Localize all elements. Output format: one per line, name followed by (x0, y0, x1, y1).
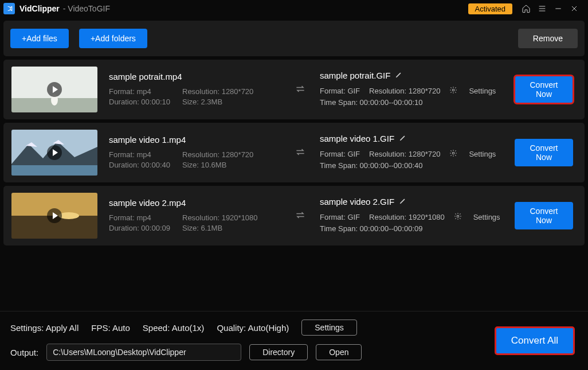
dest-column: sample video 1.GIF Format: GIF Resolutio… (320, 134, 503, 172)
thumbnail[interactable] (11, 67, 97, 112)
thumbnail[interactable] (11, 193, 97, 239)
source-filename: sample video 1.mp4 (109, 135, 281, 145)
dest-resolution: Resolution: 1280*720 (369, 87, 440, 95)
gear-icon[interactable] (449, 86, 457, 96)
convert-all-button[interactable]: Convert All (495, 327, 574, 355)
row-settings-label[interactable]: Settings (469, 87, 496, 95)
dest-column: sample video 2.GIF Format: GIF Resolutio… (320, 197, 503, 235)
dest-filename: sample video 1.GIF (320, 134, 503, 143)
swap-icon (292, 146, 308, 159)
output-path-field[interactable]: C:\Users\MLoong\Desktop\VidClipper (46, 344, 241, 361)
source-format: Format: mp4 (109, 87, 172, 96)
thumbnail[interactable] (11, 130, 97, 176)
toolbar: +Add files +Add folders Remove (3, 21, 585, 56)
svg-point-3 (453, 89, 455, 91)
play-icon[interactable] (47, 82, 62, 97)
source-duration: Duration: 00:00:10 (109, 98, 172, 106)
file-row: sample potrait.mp4 Format: mp4Resolution… (3, 60, 585, 119)
settings-apply-label: Settings: Apply All (10, 323, 79, 333)
source-format: Format: mp4 (109, 213, 172, 222)
source-size: Size: 10.6MB (182, 161, 226, 169)
fps-label: FPS: Auto (91, 323, 130, 333)
source-duration: Duration: 00:00:40 (109, 161, 172, 169)
convert-now-button[interactable]: Convert Now (515, 76, 573, 103)
quality-label: Quality: Auto(High) (217, 323, 289, 333)
dest-format: Format: GIF (320, 87, 360, 95)
dest-filename: sample potrait.GIF (320, 71, 503, 80)
dest-filename: sample video 2.GIF (320, 197, 503, 207)
open-button[interactable]: Open (316, 344, 362, 360)
dest-timespan: Time Span: 00:00:00--00:00:10 (320, 98, 422, 107)
source-resolution: Resolution: 1280*720 (182, 87, 253, 96)
source-filename: sample potrait.mp4 (109, 72, 281, 81)
app-name: VidClipper (19, 4, 60, 13)
titlebar: VidClipper - VideoToGIF Activated (0, 0, 588, 17)
row-settings-label[interactable]: Settings (469, 150, 496, 158)
source-format: Format: mp4 (109, 150, 172, 159)
play-icon[interactable] (47, 145, 62, 160)
gear-icon[interactable] (449, 149, 457, 159)
gear-icon[interactable] (454, 212, 462, 222)
directory-button[interactable]: Directory (249, 344, 308, 360)
activated-badge: Activated (468, 3, 512, 14)
source-column: sample video 2.mp4 Format: mp4Resolution… (109, 198, 281, 234)
dest-resolution: Resolution: 1280*720 (369, 150, 440, 158)
file-row: sample video 2.mp4 Format: mp4Resolution… (3, 186, 585, 246)
svg-point-9 (453, 152, 455, 154)
bottom-panel: Settings: Apply All FPS: Auto Speed: Aut… (0, 311, 588, 370)
swap-icon (292, 209, 308, 223)
edit-icon[interactable] (395, 71, 403, 80)
app-subtitle: - VideoToGIF (63, 4, 110, 13)
close-icon[interactable] (569, 3, 580, 14)
app-logo (3, 3, 15, 14)
source-resolution: Resolution: 1920*1080 (182, 213, 258, 222)
dest-timespan: Time Span: 00:00:00--00:00:40 (320, 161, 422, 170)
svg-rect-8 (11, 165, 97, 176)
source-column: sample potrait.mp4 Format: mp4Resolution… (109, 72, 281, 108)
source-size: Size: 2.3MB (182, 98, 222, 106)
dest-format: Format: GIF (320, 150, 360, 158)
speed-label: Speed: Auto(1x) (143, 323, 205, 333)
minimize-icon[interactable] (552, 3, 564, 14)
file-row: sample video 1.mp4 Format: mp4Resolution… (3, 123, 585, 182)
output-label: Output: (10, 348, 38, 357)
swap-icon (292, 83, 308, 96)
source-column: sample video 1.mp4 Format: mp4Resolution… (109, 135, 281, 171)
convert-now-button[interactable]: Convert Now (515, 139, 573, 166)
add-folders-button[interactable]: +Add folders (79, 29, 147, 48)
source-filename: sample video 2.mp4 (109, 198, 281, 208)
row-settings-label[interactable]: Settings (473, 213, 500, 221)
global-settings-button[interactable]: Settings (301, 320, 357, 336)
edit-icon[interactable] (399, 197, 407, 207)
source-size: Size: 6.1MB (182, 224, 222, 232)
remove-button[interactable]: Remove (518, 29, 578, 48)
file-list: sample potrait.mp4 Format: mp4Resolution… (0, 60, 588, 246)
source-resolution: Resolution: 1280*720 (182, 150, 253, 159)
home-icon[interactable] (520, 3, 532, 14)
dest-timespan: Time Span: 00:00:00--00:00:09 (320, 224, 422, 233)
convert-now-button[interactable]: Convert Now (515, 202, 573, 229)
dest-format: Format: GIF (320, 213, 360, 221)
dest-resolution: Resolution: 1920*1080 (369, 213, 445, 221)
dest-column: sample potrait.GIF Format: GIF Resolutio… (320, 71, 503, 109)
svg-point-13 (457, 215, 459, 217)
source-duration: Duration: 00:00:09 (109, 224, 172, 232)
edit-icon[interactable] (399, 134, 407, 143)
menu-icon[interactable] (536, 3, 548, 14)
play-icon[interactable] (47, 208, 62, 223)
add-files-button[interactable]: +Add files (10, 29, 69, 48)
